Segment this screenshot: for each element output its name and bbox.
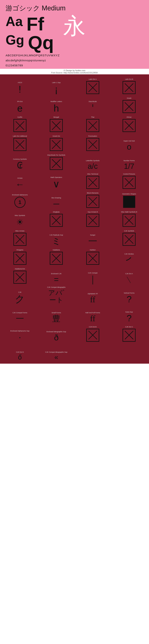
- cell-geometricshapes-label: Geometric Shapes: [122, 193, 136, 195]
- grid-row-11: Katakana Ext Enclosed CJK = CJK Compat ｜…: [2, 266, 147, 284]
- cell-latin1sup-label: Latin 1 Sup: [52, 82, 61, 84]
- cell-halfandfullforms-label: Half And Full Forms: [85, 312, 100, 314]
- cell-cjkcompatforms-char: 一: [16, 314, 24, 323]
- cell-cyrillic: Cyrillic: [2, 114, 38, 133]
- cell-cjkextc-placeholder: [122, 329, 135, 342]
- cell-cjksymbols-label: CJK Symbols: [124, 230, 134, 232]
- cell-empty2: [111, 343, 147, 362]
- cell-cjkextb-placeholder: [86, 329, 99, 342]
- cell-katakana: Katakana: [38, 247, 75, 266]
- cell-mathoperators-label: Math Operators: [51, 176, 62, 178]
- cell-enclosedalphanumsup-label: Enclosed Alphanums Sup: [10, 330, 30, 332]
- grid-row-4: Latin Ext Additional Greek Ext Punctuati…: [2, 133, 147, 152]
- cell-cjkcompatideographs-char: アパ° ート: [48, 289, 64, 304]
- font-preview-row: Aa Ff Gg Qq 永: [6, 15, 143, 52]
- cell-punctuation-placeholder: [86, 138, 99, 151]
- grid-row-10: Hiragana Katakana Kanbun CJK Strokes ㇒: [2, 247, 147, 266]
- cell-controlpictures: Control Pictures: [111, 171, 147, 190]
- cell-letterlike: Letterlike Symbols a/c: [75, 152, 111, 171]
- cell-cjk: CJK ク: [2, 285, 38, 304]
- cell-cjkextd-char: ő: [18, 354, 22, 361]
- cell-ascii-label: ASCII: [18, 82, 22, 84]
- cell-greek-placeholder: [122, 100, 135, 113]
- cell-greek-label: Greek: [127, 97, 131, 99]
- cell-blockelements-label: Block Elements: [87, 192, 98, 194]
- preview-aa: Aa: [6, 15, 23, 33]
- digits: 0123456789: [6, 64, 143, 67]
- cell-khmer: Khmer: [111, 114, 147, 133]
- font-title: 游ゴシック Medium: [6, 4, 143, 13]
- cell-miscmathsymbolsb-label: Misc Math Symbols B: [121, 211, 137, 213]
- cell-enclosedideographicsup-label: Enclosed Ideographic Sup: [47, 331, 66, 333]
- cell-cjksymbols: CJK Symbols: [111, 228, 147, 246]
- cell-miscarrows-label: Misc Arrows: [15, 230, 24, 232]
- cell-cjkextb-label: CJK Ext B: [89, 326, 96, 328]
- font-source: Font Source: http://www.fontke.com/font/…: [51, 72, 98, 74]
- cell-cjkcompatideographs-label: CJK Compat Ideographs: [47, 286, 66, 288]
- cell-latinextadd: Latin Ext Additional: [2, 133, 38, 152]
- cell-miscsymbols-label: Misc Symbols: [15, 214, 25, 216]
- cell-greekext-label: Greek Ext: [53, 135, 60, 137]
- cell-mathoperators: Math Operators ∨: [38, 171, 75, 190]
- grid-row-6: Arrows ← Math Operators ∨ Misc Technical…: [2, 171, 147, 190]
- cell-kangxi: Kangxi 一: [75, 228, 111, 246]
- cell-khmer-placeholder: [122, 119, 135, 132]
- cell-katakanaext: Katakana Ext: [2, 266, 38, 284]
- cell-miscmathsymbolsb-placeholder: [122, 214, 135, 227]
- cell-cjkexta-char: ﹨: [125, 276, 133, 284]
- cell-diacriticalsforsymbols: Diacriticals For Symbols: [38, 152, 75, 171]
- cell-thai-placeholder: [86, 119, 99, 132]
- cell-halfandfullforms-char: ff: [90, 314, 95, 323]
- grid-row-13: CJK Compat Forms 一 Small Forms 豊 Half An…: [2, 305, 147, 324]
- cell-enclosedideographicsup-char: ð: [54, 334, 59, 342]
- cell-kanbun: Kanbun: [75, 247, 111, 266]
- preview-ff: Ff: [27, 15, 44, 33]
- cell-cjkcompat: CJK Compat ｜: [75, 266, 111, 284]
- cell-kanasup-label: Kana Sup: [125, 311, 133, 313]
- cell-superandsub-char: o: [127, 143, 131, 151]
- grid-row-7: Enclosed Alphanums 1 Box Drawing ─ Block…: [2, 190, 147, 208]
- cell-punctuation-label: Punctuation: [88, 135, 97, 137]
- cell-verticalforms-label: Vertical Forms: [124, 292, 134, 294]
- copyright-bar: © Design by fontke.com Font Source: http…: [0, 69, 149, 74]
- cell-empty1: [75, 343, 111, 362]
- preview-row2: Gg Qq: [6, 33, 54, 52]
- cell-boxdrawing-label: Box Drawing: [52, 197, 61, 199]
- cell-halfandfullforms: Half And Full Forms ff: [75, 305, 111, 324]
- grid-row-14: Enclosed Alphanums Sup · Enclosed Ideogr…: [2, 324, 147, 342]
- cell-geometricshapes: Geometric Shapes: [111, 190, 147, 208]
- cell-hiragana: Hiragana: [2, 247, 38, 266]
- cell-arrows-char: ←: [16, 180, 24, 189]
- cell-dingbats: Dingbats: [38, 209, 75, 228]
- cell-punctuation: Punctuation: [75, 133, 111, 152]
- cell-cjkextc-label: CJK Ext C: [125, 326, 133, 328]
- cell-letterlike-char: a/c: [88, 162, 98, 170]
- cell-thai-label: Thai: [91, 116, 94, 118]
- cell-kanbun-placeholder: [86, 252, 99, 265]
- grid-row-9: Misc Arrows CJK Radicals Sup ミ Kangxi 一 …: [2, 228, 147, 246]
- copyright-text: © Design by fontke.com: [64, 69, 85, 72]
- cell-boxdrawing-char: ─: [53, 200, 59, 208]
- cell-miscsymbols-char: ☀: [16, 217, 24, 227]
- preview-gg: Gg: [6, 33, 24, 52]
- cell-diacriticals-label: Diacriticals: [89, 100, 97, 102]
- grid-row-12: CJK ク CJK Compat Ideographs アパ° ート Alpha…: [2, 285, 147, 304]
- cell-hiragana-placeholder: [14, 252, 27, 265]
- cell-cyrillic-label: Cyrillic: [18, 116, 23, 118]
- header-section: 游ゴシック Medium Aa Ff Gg Qq 永 ABCDEFGHIJKLM…: [0, 0, 149, 69]
- cell-suparrowsb-placeholder: [86, 214, 99, 227]
- cell-enclosedalphanums-char: 1: [14, 197, 26, 208]
- cell-miscarrows: Misc Arrows: [2, 228, 38, 246]
- preview-row1: Aa Ff: [6, 15, 54, 33]
- cell-dingbats-label: Dingbats: [53, 211, 60, 213]
- cell-cjk-label: CJK: [18, 291, 22, 293]
- cell-cjkcompatideographs: CJK Compat Ideographs アパ° ート: [38, 285, 75, 304]
- cell-diacriticalsforsymbols-label: Diacriticals For Symbols: [47, 154, 65, 156]
- cell-numberforms-label: Number Forms: [123, 160, 135, 162]
- cell-cjkstrokes-label: CJK Strokes: [124, 253, 134, 255]
- cell-controlpictures-label: Control Pictures: [123, 173, 135, 175]
- cell-kanasup-char: ?: [127, 314, 132, 323]
- cell-boxdrawing: Box Drawing ─: [38, 190, 75, 208]
- cell-mathoperators-char: ∨: [53, 179, 60, 189]
- cell-bengali-placeholder: [50, 119, 63, 132]
